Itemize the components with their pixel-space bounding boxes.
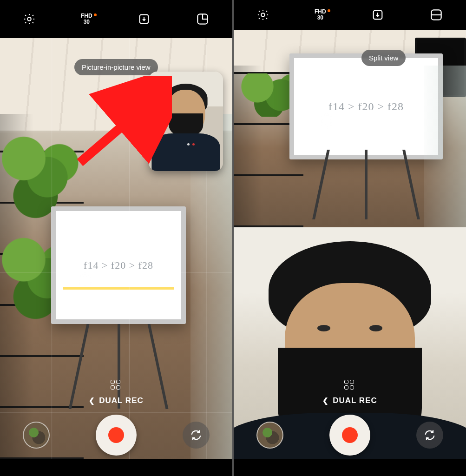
scene-easel-legs (305, 150, 427, 219)
save-location-button[interactable] (371, 8, 384, 21)
resolution-label-bottom: 30 (84, 19, 90, 25)
settings-button[interactable] (256, 8, 269, 21)
mode-selector[interactable]: ❮ DUAL REC (89, 396, 144, 405)
chevron-left-icon: ❮ (322, 397, 329, 405)
scene-whiteboard-easel: f14 > f20 > f28 (289, 53, 443, 219)
scene-glare (79, 274, 92, 287)
gallery-thumbnail[interactable] (23, 422, 50, 449)
viewfinder[interactable]: f14 > f20 > f28 Split view (234, 30, 466, 459)
effects-button[interactable] (111, 380, 122, 390)
split-layout-icon (429, 8, 443, 22)
layout-tooltip: Split view (361, 50, 406, 66)
viewfinder-bottom-overlay: ❮ DUAL REC (234, 313, 466, 459)
resolution-toggle[interactable]: FHD 30 (81, 13, 92, 25)
nav-bar-blackout (234, 459, 466, 476)
switch-camera-icon (423, 429, 436, 442)
nav-bar-blackout (0, 459, 232, 476)
scene-whiteboard: f14 > f20 > f28 (51, 206, 186, 324)
mode-label: DUAL REC (99, 396, 144, 405)
rear-camera-scene: f14 > f20 > f28 (234, 30, 466, 227)
download-box-icon (138, 13, 151, 26)
gear-icon (23, 13, 36, 26)
mode-label: DUAL REC (333, 396, 377, 405)
record-dot-icon (342, 427, 358, 443)
phone-screenshot-split: FHD 30 f14 > f (234, 0, 466, 476)
controls-row (0, 412, 232, 456)
download-box-icon (371, 8, 384, 21)
layout-tooltip: Picture-in-picture view (74, 59, 158, 75)
effects-grid-icon (111, 380, 122, 390)
controls-row (234, 412, 466, 456)
svg-point-0 (27, 17, 31, 20)
viewfinder[interactable]: f14 > f20 > f28 Picture-in-picture view (0, 38, 232, 459)
svg-point-5 (261, 13, 264, 16)
camera-top-bar: FHD 30 (234, 0, 466, 30)
whiteboard-text: f14 > f20 > f28 (84, 259, 153, 271)
phone-screenshot-pip: FHD 30 f14 > f20 > f28 (0, 0, 232, 476)
pip-front-camera-tile[interactable] (149, 72, 223, 171)
scene-whiteboard: f14 > f20 > f28 (289, 53, 443, 159)
pip-person-body (151, 133, 220, 171)
record-button[interactable] (96, 415, 137, 456)
settings-button[interactable] (23, 13, 36, 26)
switch-camera-button[interactable] (183, 422, 210, 449)
effects-button[interactable] (344, 380, 355, 390)
resolution-indicator-dot (94, 13, 97, 16)
layout-toggle-button[interactable] (429, 8, 443, 22)
layout-toggle-button[interactable] (196, 12, 210, 26)
switch-camera-button[interactable] (416, 422, 443, 449)
record-dot-icon (108, 427, 124, 443)
whiteboard-text: f14 > f20 > f28 (328, 100, 404, 113)
resolution-toggle[interactable]: FHD 30 (315, 9, 326, 21)
record-button[interactable] (329, 415, 370, 456)
resolution-indicator-dot (328, 9, 330, 12)
effects-grid-icon (344, 380, 355, 390)
save-location-button[interactable] (138, 13, 151, 26)
resolution-label-bottom: 30 (317, 15, 323, 21)
scene-glare (320, 114, 333, 127)
mode-selector[interactable]: ❮ DUAL REC (322, 396, 377, 405)
pip-layout-icon (196, 12, 210, 26)
gear-icon (256, 8, 269, 21)
camera-top-bar: FHD 30 (0, 0, 232, 38)
split-top-rear-camera[interactable]: f14 > f20 > f28 Split view (234, 30, 466, 227)
chevron-left-icon: ❮ (89, 397, 95, 405)
focus-indicator-line (63, 287, 174, 290)
gallery-thumbnail[interactable] (256, 422, 283, 449)
viewfinder-bottom-overlay: ❮ DUAL REC (0, 329, 232, 459)
switch-camera-icon (190, 429, 203, 442)
